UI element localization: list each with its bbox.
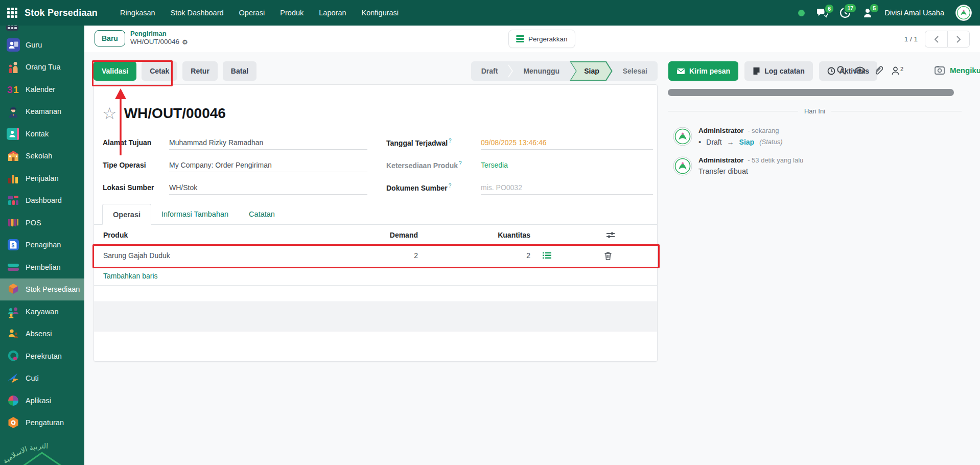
attendance-icon bbox=[7, 327, 20, 340]
add-line-link[interactable]: Tambahkan baris bbox=[94, 266, 657, 286]
favorite-star-icon[interactable]: ☆ bbox=[102, 105, 117, 122]
tracking-to: Siap bbox=[739, 138, 755, 146]
status-bar: Draft Menunggu Siap Selesai bbox=[471, 61, 658, 81]
svg-text:3: 3 bbox=[7, 84, 13, 95]
sidebar-item-orang-tua[interactable]: Orang Tua bbox=[0, 56, 84, 79]
apps-grid-icon[interactable] bbox=[7, 8, 17, 18]
pager-previous-button[interactable] bbox=[925, 31, 947, 48]
sidebar-item-penjualan[interactable]: Penjualan bbox=[0, 167, 84, 190]
activity-clock-icon bbox=[827, 67, 835, 75]
sidebar-item-label: Cuti bbox=[26, 374, 39, 382]
apps-icon bbox=[7, 394, 20, 407]
status-step-draft[interactable]: Draft bbox=[471, 67, 508, 75]
field-dokumen-sumber[interactable]: mis. PO0032 bbox=[481, 180, 653, 195]
send-message-button[interactable]: Kirim pesan bbox=[668, 61, 738, 81]
status-step-siap-active[interactable]: Siap bbox=[570, 61, 613, 81]
tracking-from: Draft bbox=[706, 138, 721, 146]
log-note-button[interactable]: Log catatan bbox=[744, 61, 813, 81]
app-name[interactable]: Stok Persediaan bbox=[25, 8, 98, 18]
cell-kuantitas[interactable]: 2 bbox=[418, 251, 530, 260]
sidebar-item-keamanan[interactable]: Keamanan bbox=[0, 101, 84, 123]
inventory-icon bbox=[7, 283, 20, 296]
sidebar-item-kontak[interactable]: Kontak bbox=[0, 123, 84, 145]
breadcrumb-parent[interactable]: Pengiriman bbox=[130, 30, 188, 38]
tab-catatan[interactable]: Catatan bbox=[239, 203, 285, 224]
empty-table-row bbox=[94, 286, 657, 302]
return-button[interactable]: Retur bbox=[182, 61, 218, 81]
followers-person-icon bbox=[891, 66, 900, 75]
form-region: Validasi Cetak Retur Batal Draft Menungg… bbox=[84, 52, 667, 465]
sidebar-item-kalender[interactable]: 31 Kalender bbox=[0, 78, 84, 101]
pager-next-button[interactable] bbox=[947, 31, 970, 48]
followers-count: 2 bbox=[900, 66, 903, 72]
chatter-panel: Kirim pesan Log catatan Aktivitas 2 Meng… bbox=[663, 52, 980, 465]
table-row[interactable]: Sarung Gajah Duduk 2 2 bbox=[94, 245, 657, 266]
field-lokasi-sumber[interactable]: WH/Stok bbox=[169, 180, 367, 195]
sidebar-item-cuti[interactable]: Cuti bbox=[0, 367, 84, 390]
sidebar-item-absensi[interactable]: Absensi bbox=[0, 323, 84, 345]
notebook-tabs: Operasi Informasi Tambahan Catatan bbox=[94, 203, 657, 225]
validate-button[interactable]: Validasi bbox=[94, 61, 136, 81]
paperclip-icon[interactable] bbox=[874, 65, 883, 75]
detailed-operations-list-icon[interactable] bbox=[543, 252, 551, 259]
field-label-ketersediaan-produk: Ketersediaan Produk? bbox=[386, 160, 481, 170]
cell-produk[interactable]: Sarung Gajah Duduk bbox=[94, 251, 341, 260]
message-author[interactable]: Administrator bbox=[698, 127, 744, 134]
field-label-tipe-operasi: Tipe Operasi bbox=[103, 161, 169, 169]
follower-box-icon bbox=[935, 65, 945, 75]
eye-icon[interactable] bbox=[854, 66, 866, 75]
cell-demand[interactable]: 2 bbox=[341, 251, 418, 260]
sidebar-item-sekolah[interactable]: Sekolah bbox=[0, 145, 84, 168]
menu-stok-dashboard[interactable]: Stok Dashboard bbox=[171, 9, 224, 17]
sidebar-item-dashboard[interactable]: Dashboard bbox=[0, 190, 84, 212]
follow-control[interactable]: Mengikuti bbox=[935, 65, 980, 75]
field-label-dokumen-sumber: Dokumen Sumber? bbox=[386, 183, 481, 192]
tab-operasi[interactable]: Operasi bbox=[102, 204, 151, 225]
menu-laporan[interactable]: Laporan bbox=[319, 9, 346, 17]
tab-informasi-tambahan[interactable]: Informasi Tambahan bbox=[151, 203, 239, 224]
sidebar-item-perekrutan[interactable]: Perekrutan bbox=[0, 345, 84, 367]
menu-konfigurasi[interactable]: Konfigurasi bbox=[362, 9, 399, 17]
user-menu[interactable]: Divisi Amal Usaha bbox=[884, 9, 944, 17]
sidebar-item-guru[interactable]: Guru bbox=[0, 34, 84, 56]
sidebar-item-penagihan[interactable]: $ Penagihan bbox=[0, 234, 84, 257]
requests-user-icon[interactable]: 5 bbox=[862, 7, 873, 18]
delete-row-trash-icon[interactable] bbox=[604, 251, 612, 260]
status-step-menunggu[interactable]: Menunggu bbox=[513, 67, 570, 75]
note-icon bbox=[753, 67, 760, 75]
tracking-value: • Draft → Siap (Status) bbox=[698, 137, 783, 146]
security-icon bbox=[7, 105, 20, 118]
new-button[interactable]: Baru bbox=[95, 30, 125, 46]
field-tipe-operasi[interactable]: My Company: Order Pengiriman bbox=[169, 158, 367, 172]
message-author[interactable]: Administrator bbox=[698, 156, 744, 164]
status-step-selesai[interactable]: Selesai bbox=[613, 67, 658, 75]
followers-button[interactable]: 2 bbox=[891, 66, 903, 75]
gear-icon[interactable]: ⚙ bbox=[182, 38, 188, 46]
sidebar-item-aplikasi[interactable]: Aplikasi bbox=[0, 389, 84, 412]
menu-produk[interactable]: Produk bbox=[280, 9, 304, 17]
action-button-bar: Validasi Cetak Retur Batal Draft Menungg… bbox=[94, 61, 658, 81]
cancel-button[interactable]: Batal bbox=[223, 61, 256, 81]
search-messages-icon[interactable] bbox=[836, 65, 846, 75]
optional-columns-icon[interactable] bbox=[606, 231, 615, 239]
print-button[interactable]: Cetak bbox=[142, 61, 177, 81]
message-status-change: Administrator - sekarang • Draft → Siap … bbox=[673, 127, 783, 146]
field-alamat-tujuan[interactable]: Muhammad Rizky Ramadhan bbox=[169, 135, 367, 150]
sidebar-item-pos[interactable]: POS bbox=[0, 212, 84, 234]
activities-clock-icon[interactable]: 17 bbox=[839, 7, 851, 18]
pos-icon bbox=[7, 216, 20, 229]
user-avatar[interactable] bbox=[955, 5, 972, 21]
field-label-lokasi-sumber: Lokasi Sumber bbox=[103, 183, 169, 192]
list-bars-icon bbox=[516, 34, 524, 43]
menu-operasi[interactable]: Operasi bbox=[239, 9, 265, 17]
menu-ringkasan[interactable]: Ringkasan bbox=[120, 9, 155, 17]
messages-icon[interactable]: 6 bbox=[816, 8, 828, 18]
sidebar-item-stok-persediaan[interactable]: Stok Persediaan bbox=[0, 278, 84, 301]
sidebar-partial-item-icon bbox=[6, 26, 18, 31]
pager-count: 1 / 1 bbox=[904, 35, 918, 43]
field-tanggal-terjadwal[interactable]: 09/08/2025 13:46:46 bbox=[481, 135, 653, 150]
sidebar-item-karyawan[interactable]: Karyawan bbox=[0, 300, 84, 323]
moves-button[interactable]: Pergerakkan bbox=[508, 30, 575, 48]
sidebar-item-pembelian[interactable]: Pembelian bbox=[0, 256, 84, 278]
field-label-alamat-tujuan: Alamat Tujuan bbox=[103, 138, 169, 147]
